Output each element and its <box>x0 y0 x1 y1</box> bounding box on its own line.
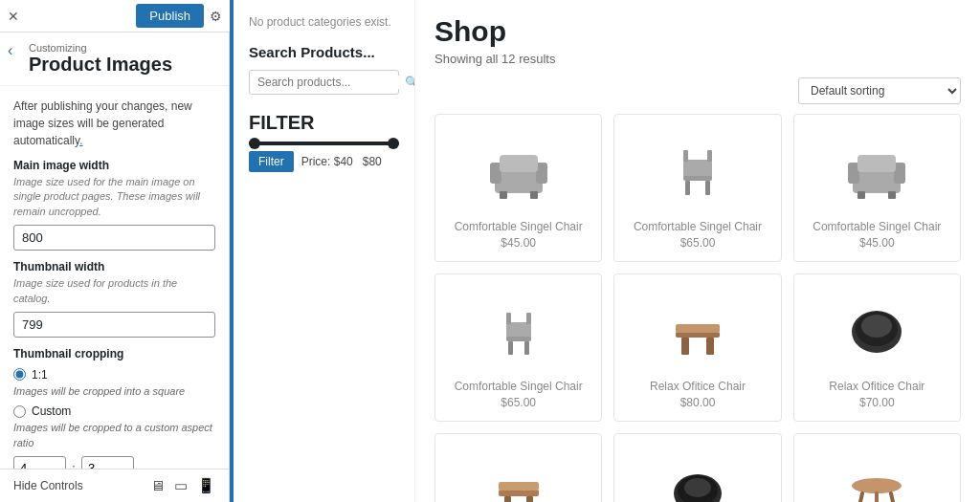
description-link[interactable]: . <box>79 134 82 147</box>
svg-rect-0 <box>495 169 543 193</box>
product-image <box>806 126 948 212</box>
svg-rect-20 <box>508 341 513 355</box>
price-range-label: Price: $40 $80 <box>301 155 382 168</box>
radio-custom[interactable] <box>13 405 26 418</box>
svg-rect-19 <box>506 337 531 341</box>
svg-rect-23 <box>526 313 531 324</box>
sorting-bar: Default sorting Sort by popularity Sort … <box>434 77 961 104</box>
thumbnail-input[interactable] <box>13 312 215 338</box>
price-slider[interactable] <box>249 142 399 145</box>
svg-point-37 <box>684 478 711 497</box>
product-card[interactable]: Comfortable Singel Chair $45.00 <box>793 114 961 262</box>
product-image <box>626 286 768 372</box>
product-name: Comfortable Singel Chair <box>626 220 768 233</box>
product-card[interactable]: Relax Ofitice Chair $70.00 <box>793 273 961 422</box>
shop-title: Shop <box>434 15 961 48</box>
results-count: Showing all 12 results <box>434 52 961 66</box>
svg-rect-21 <box>524 341 529 355</box>
svg-rect-31 <box>499 490 539 496</box>
svg-rect-26 <box>706 338 714 355</box>
filter-button[interactable]: Filter <box>249 151 294 172</box>
product-price: $65.00 <box>447 396 590 409</box>
svg-rect-5 <box>530 191 538 199</box>
svg-rect-15 <box>858 155 896 172</box>
product-card[interactable]: Comfortable Singel Chair $65.00 <box>613 114 781 262</box>
publish-button[interactable]: Publish <box>136 4 204 28</box>
desktop-icon[interactable]: 🖥 <box>150 477 165 494</box>
product-name: Relax Ofitice Chair <box>806 380 948 393</box>
product-card[interactable]: Wooden Dining Table $90.00 <box>793 433 961 502</box>
svg-rect-17 <box>888 191 896 199</box>
svg-point-38 <box>852 478 902 493</box>
radio-1-1-desc: Images will be cropped into a square <box>13 384 215 399</box>
hide-controls-label[interactable]: Hide Controls <box>13 479 83 492</box>
back-button[interactable]: ‹ <box>8 42 12 59</box>
svg-rect-7 <box>683 176 712 181</box>
svg-rect-33 <box>526 496 533 502</box>
svg-rect-3 <box>500 155 538 172</box>
sort-select[interactable]: Default sorting Sort by popularity Sort … <box>798 77 961 104</box>
product-card[interactable]: Comfortable Singel Chair $45.00 <box>434 114 602 262</box>
svg-rect-10 <box>683 150 688 162</box>
main-image-label: Main image width <box>13 159 215 172</box>
product-image <box>806 446 948 502</box>
section-title: Product Images <box>29 54 215 76</box>
product-price: $45.00 <box>447 236 590 250</box>
products-grid: Comfortable Singel Chair $45.00 Comforta… <box>434 114 961 502</box>
radio-custom-desc: Images will be cropped to a custom aspec… <box>13 421 215 450</box>
svg-line-39 <box>858 493 862 502</box>
thumbnail-label: Thumbnail width <box>13 260 215 273</box>
customizing-label: Customizing <box>29 42 215 54</box>
mobile-icon[interactable]: 📱 <box>197 477 215 494</box>
search-title: Search Products... <box>249 44 399 60</box>
close-icon[interactable]: ✕ <box>8 9 19 24</box>
aspect-height-input[interactable] <box>81 456 134 469</box>
cropping-label: Thumbnail cropping <box>13 347 215 360</box>
svg-rect-8 <box>685 181 690 195</box>
main-image-input[interactable] <box>13 225 215 251</box>
product-card[interactable]: Comfortable Singel Chair $65.00 <box>434 273 602 422</box>
product-image <box>447 286 590 372</box>
product-image <box>447 446 590 502</box>
filter-title: FILTER <box>249 112 399 134</box>
product-price: $70.00 <box>806 396 948 409</box>
svg-rect-25 <box>681 338 689 355</box>
aspect-separator: : <box>72 461 76 469</box>
svg-rect-11 <box>707 150 712 162</box>
no-categories-text: No product categories exist. <box>249 15 399 29</box>
product-card[interactable]: Relax Ofitice Chair $80.00 <box>613 433 781 502</box>
product-image <box>626 126 768 212</box>
product-price: $45.00 <box>806 236 948 250</box>
product-card[interactable]: Relax Ofitice Chair $80.00 <box>613 273 781 422</box>
product-image <box>626 446 768 502</box>
product-name: Comfortable Singel Chair <box>447 380 590 393</box>
product-name: Relax Ofitice Chair <box>626 380 768 393</box>
svg-rect-22 <box>506 313 511 324</box>
radio-1-1-label: 1:1 <box>32 368 48 382</box>
product-card[interactable]: Relax Ofitice Chair $65.00 <box>434 433 602 502</box>
gear-icon[interactable]: ⚙ <box>210 9 222 24</box>
svg-rect-12 <box>853 169 901 193</box>
svg-rect-27 <box>676 324 720 333</box>
search-icon: 🔍 <box>405 76 415 89</box>
svg-rect-32 <box>504 496 511 502</box>
aspect-width-input[interactable] <box>13 456 66 469</box>
product-name: Comfortable Singel Chair <box>447 220 590 233</box>
svg-rect-16 <box>858 191 865 199</box>
product-price: $65.00 <box>626 236 768 250</box>
svg-rect-9 <box>705 181 710 195</box>
product-image <box>447 126 590 212</box>
svg-rect-34 <box>499 482 539 491</box>
thumbnail-desc: Image size used for products in the cata… <box>13 276 215 306</box>
radio-1-1[interactable] <box>13 368 26 381</box>
tablet-icon[interactable]: ▭ <box>174 477 188 494</box>
product-name: Comfortable Singel Chair <box>806 220 948 233</box>
svg-point-30 <box>861 315 892 338</box>
description-text: After publishing your changes, new image… <box>13 98 215 149</box>
radio-custom-label: Custom <box>32 404 71 418</box>
main-image-desc: Image size used for the main image on si… <box>13 175 215 219</box>
svg-rect-4 <box>500 191 507 199</box>
search-box[interactable]: 🔍 <box>249 70 399 95</box>
product-price: $80.00 <box>626 396 768 409</box>
search-input[interactable] <box>257 76 401 89</box>
